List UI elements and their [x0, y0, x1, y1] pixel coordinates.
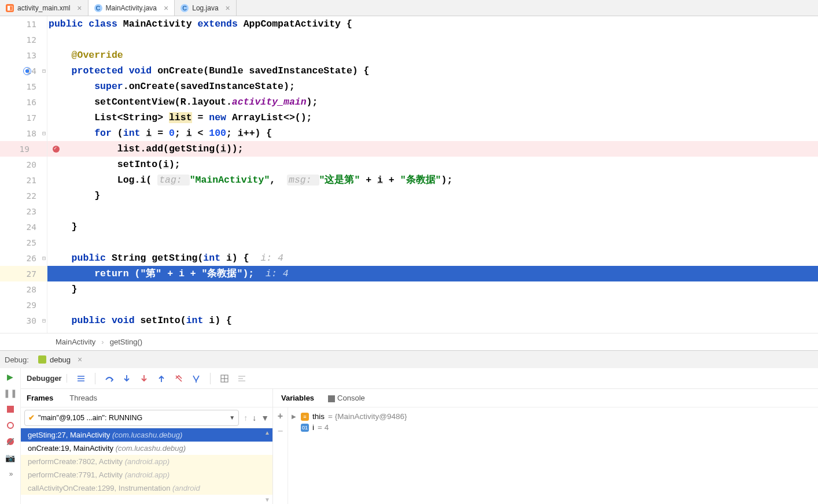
override-icon[interactable]	[23, 67, 31, 75]
gutter-line-11[interactable]: 11	[0, 16, 47, 32]
variable-row[interactable]: 01i = 4	[290, 422, 816, 433]
tab-main-activity-java[interactable]: C MainActivity.java ×	[89, 0, 175, 16]
settings-button[interactable]: »	[5, 469, 16, 479]
gutter-line-30[interactable]: 30⊟	[0, 313, 47, 328]
frame-item[interactable]: callActivityOnCreate:1299, Instrumentati…	[21, 481, 272, 495]
fold-icon[interactable]: ⊟	[42, 130, 46, 136]
drop-frame-button[interactable]	[173, 373, 185, 384]
step-into-button[interactable]	[121, 373, 132, 384]
gutter-line-15[interactable]: 15	[0, 79, 47, 94]
gutter-line-21[interactable]: 21	[0, 172, 47, 188]
scrollbar[interactable]: ▲ ▼	[263, 428, 271, 504]
gutter-line-18[interactable]: 18⊟	[0, 125, 47, 141]
frames-tab[interactable]: Frames	[27, 394, 53, 402]
frames-list[interactable]: getSting:27, MainActivity (com.lucashu.d…	[21, 428, 272, 504]
variable-row[interactable]: ▶≡this = {MainActivity@9486}	[290, 411, 816, 422]
variables-list[interactable]: ▶≡this = {MainActivity@9486}01i = 4	[288, 407, 818, 504]
gutter-line-23[interactable]: 23	[0, 203, 47, 219]
code-line-28[interactable]: }	[47, 281, 818, 297]
gutter-line-19[interactable]: 19	[0, 141, 47, 157]
code-editor[interactable]: 11121314⊟15161718⊟1920212223242526⊟27282…	[0, 16, 818, 333]
gutter-line-14[interactable]: 14⊟	[0, 63, 47, 79]
frame-item[interactable]: onCreate:19, MainActivity (com.lucashu.d…	[21, 442, 272, 455]
next-frame-button[interactable]: ↓	[252, 413, 256, 423]
run-to-cursor-button[interactable]	[190, 373, 202, 384]
close-icon[interactable]: ×	[78, 355, 82, 364]
code-line-24[interactable]: }	[47, 219, 818, 235]
evaluate-expression-button[interactable]	[219, 373, 230, 384]
remove-watch-button[interactable]: −	[278, 426, 283, 436]
tab-log-java[interactable]: C Log.java ×	[175, 0, 237, 16]
gutter-line-28[interactable]: 28	[0, 281, 47, 297]
tab-activity-main-xml[interactable]: ◧ activity_main.xml ×	[0, 0, 89, 16]
frame-item[interactable]: performCreate:7791, Activity (android.ap…	[21, 468, 272, 481]
fold-icon[interactable]: ⊟	[42, 317, 46, 324]
gutter-line-29[interactable]: 29	[0, 297, 47, 313]
debug-config-tab[interactable]: debug ×	[35, 353, 86, 366]
gutter-line-20[interactable]: 20	[0, 157, 47, 172]
stop-button[interactable]	[5, 404, 16, 414]
step-over-button[interactable]	[104, 373, 115, 384]
scroll-up-icon[interactable]: ▲	[263, 428, 271, 437]
view-breakpoints-button[interactable]	[5, 420, 16, 431]
expand-icon[interactable]: ▶	[290, 413, 297, 420]
code-line-21[interactable]: Log.i( tag: "MainActivity", msg: "这是第" +…	[47, 172, 818, 188]
mute-breakpoints-button[interactable]	[5, 436, 16, 447]
step-out-button[interactable]	[156, 373, 167, 384]
code-line-30[interactable]: public void setInto(int i) {	[47, 313, 818, 328]
get-thread-dump-button[interactable]: 📷	[5, 453, 16, 463]
code-line-20[interactable]: setInto(i);	[47, 157, 818, 172]
code-line-23[interactable]	[47, 203, 818, 219]
close-icon[interactable]: ×	[164, 3, 168, 13]
variables-pane: Variables Console + − ▶≡this = {MainActi…	[273, 389, 818, 504]
gutter-line-16[interactable]: 16	[0, 94, 47, 110]
gutter-line-17[interactable]: 17	[0, 110, 47, 125]
gutter-line-12[interactable]: 12	[0, 32, 47, 47]
close-icon[interactable]: ×	[226, 3, 230, 13]
gutter-line-13[interactable]: 13	[0, 47, 47, 63]
code-line-18[interactable]: for (int i = 0; i < 100; i++) {	[47, 125, 818, 141]
gutter-line-25[interactable]: 25	[0, 235, 47, 250]
close-icon[interactable]: ×	[77, 3, 82, 13]
code-line-19[interactable]: list.add(getSting(i));	[47, 141, 818, 157]
threads-tab[interactable]: Threads	[69, 394, 97, 402]
frame-item[interactable]: performCreate:7802, Activity (android.ap…	[21, 455, 272, 468]
breakpoint-icon[interactable]	[53, 146, 60, 153]
add-watch-button[interactable]: +	[278, 411, 283, 421]
code-content[interactable]: public class MainActivity extends AppCom…	[47, 16, 818, 333]
console-tab[interactable]: Console	[328, 394, 365, 402]
code-line-13[interactable]: @Override	[47, 47, 818, 63]
previous-frame-button[interactable]: ↑	[244, 413, 248, 423]
code-line-12[interactable]	[47, 32, 818, 47]
trace-current-stream-chain-button[interactable]	[236, 373, 248, 384]
resume-button[interactable]: ▶	[5, 372, 16, 382]
gutter-line-27[interactable]: 27	[0, 266, 47, 281]
editor-tabs-bar: ◧ activity_main.xml × C MainActivity.jav…	[0, 0, 818, 16]
code-line-22[interactable]: }	[47, 188, 818, 203]
fold-icon[interactable]: ⊟	[42, 255, 46, 261]
code-line-14[interactable]: protected void onCreate(Bundle savedInst…	[47, 63, 818, 79]
gutter-line-26[interactable]: 26⊟	[0, 250, 47, 266]
gutter-line-24[interactable]: 24	[0, 219, 47, 235]
code-line-16[interactable]: setContentView(R.layout.activity_main);	[47, 94, 818, 110]
pause-button[interactable]: ❚❚	[5, 388, 16, 398]
breadcrumb-method[interactable]: getSting()	[110, 338, 142, 346]
debugger-tab[interactable]: Debugger	[27, 374, 67, 383]
gutter-line-22[interactable]: 22	[0, 188, 47, 203]
code-line-11[interactable]: public class MainActivity extends AppCom…	[47, 16, 818, 32]
fold-icon[interactable]: ⊟	[42, 68, 46, 74]
thread-dropdown[interactable]: ✔ "main"@9,105 ...ain": RUNNING ▼	[24, 410, 239, 426]
scroll-down-icon[interactable]: ▼	[263, 495, 271, 504]
force-step-into-button[interactable]	[138, 373, 150, 384]
filter-icon[interactable]: ▼	[261, 413, 269, 423]
show-execution-point-button[interactable]	[75, 373, 87, 384]
frame-item[interactable]: getSting:27, MainActivity (com.lucashu.d…	[21, 428, 272, 442]
breadcrumb-class[interactable]: MainActivity	[56, 338, 95, 346]
code-line-29[interactable]	[47, 297, 818, 313]
variables-tab[interactable]: Variables	[281, 394, 314, 402]
code-line-27[interactable]: return ("第" + i + "条教据"); i: 4	[47, 266, 818, 281]
code-line-25[interactable]	[47, 235, 818, 250]
code-line-15[interactable]: super.onCreate(savedInstanceState);	[47, 79, 818, 94]
code-line-26[interactable]: public String getSting(int i) { i: 4	[47, 250, 818, 266]
code-line-17[interactable]: List<String> list = new ArrayList<>();	[47, 110, 818, 125]
